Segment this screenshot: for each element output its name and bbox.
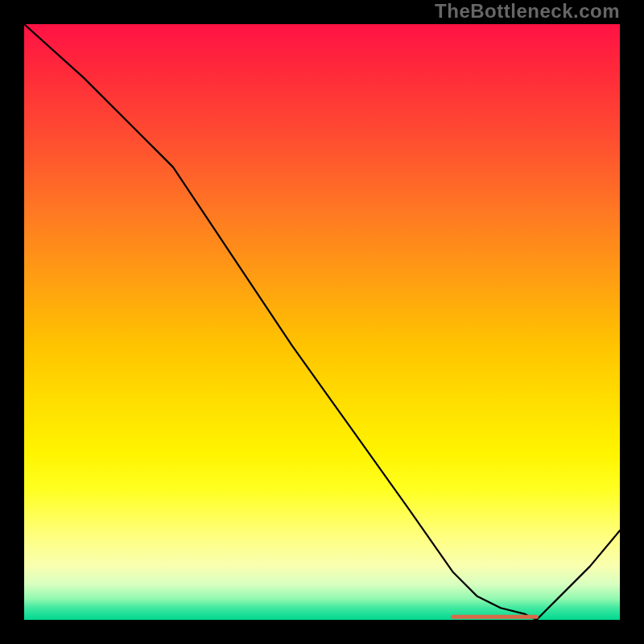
chart-container: TheBottleneck.com <box>0 0 644 644</box>
gradient-plot-area <box>24 24 620 620</box>
watermark-text: TheBottleneck.com <box>435 0 620 23</box>
